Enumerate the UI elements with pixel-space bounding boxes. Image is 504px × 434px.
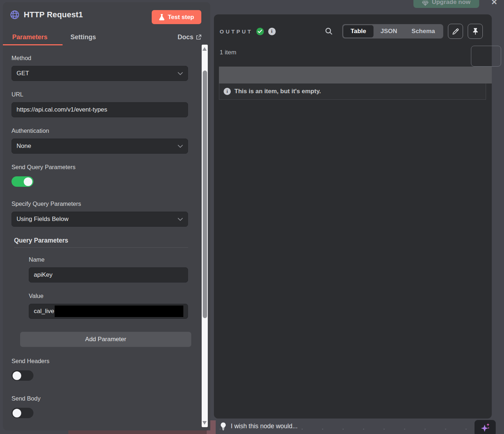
search-icon[interactable] <box>325 27 333 35</box>
scrollbar-thumb[interactable] <box>203 71 207 318</box>
query-param-name-label: Name <box>29 256 188 263</box>
chevron-down-icon <box>178 72 183 75</box>
upgrade-now-label: Upgrade now <box>432 0 471 6</box>
lightbulb-icon <box>220 422 226 430</box>
gem-icon <box>422 1 429 6</box>
tab-docs[interactable]: Docs <box>178 33 201 41</box>
info-icon: i <box>224 88 231 95</box>
output-table-empty-row[interactable]: i This is an item, but it's empty. <box>219 83 486 100</box>
items-count: 1 item <box>214 40 492 56</box>
node-feedback-bar[interactable]: I wish this node would... <box>214 419 504 434</box>
redacted-api-key <box>55 306 183 317</box>
external-link-icon <box>196 35 201 40</box>
view-tab-json[interactable]: JSON <box>374 25 404 37</box>
output-title: OUTPUT <box>220 28 253 35</box>
output-table: i This is an item, but it's empty. <box>219 67 492 100</box>
url-value: https://api.cal.com/v1/event-types <box>17 106 107 113</box>
authentication-value: None <box>17 143 31 150</box>
scroll-up-arrow-icon[interactable] <box>202 47 207 51</box>
method-select[interactable]: GET <box>12 66 188 81</box>
send-headers-label: Send Headers <box>12 358 188 365</box>
query-param-value-field: Value cal_live <box>29 293 188 319</box>
send-query-parameters-label: Send Query Parameters <box>12 164 188 171</box>
output-panel: OUTPUT i Table JSON Schema 1 item <box>214 14 492 419</box>
view-tab-schema[interactable]: Schema <box>404 25 442 37</box>
send-body-field: Send Body <box>12 395 188 418</box>
pencil-icon <box>452 28 459 35</box>
empty-item-message: This is an item, but it's empty. <box>234 88 321 95</box>
query-param-name-input[interactable]: apiKey <box>29 267 188 282</box>
method-field: Method GET <box>12 55 188 81</box>
send-query-parameters-field: Send Query Parameters <box>12 164 188 187</box>
tab-parameters[interactable]: Parameters <box>12 33 47 41</box>
authentication-select[interactable]: None <box>12 139 188 154</box>
node-settings-panel: HTTP Request1 Test step Parameters Setti… <box>3 2 210 430</box>
specify-query-parameters-field: Specify Query Parameters Using Fields Be… <box>12 200 188 227</box>
parameters-form: Method GET URL https://api.cal.com/v1/ev… <box>3 45 210 428</box>
pin-data-button[interactable] <box>468 24 483 39</box>
http-request-node-icon <box>10 10 19 19</box>
success-check-icon <box>256 28 264 35</box>
tab-settings[interactable]: Settings <box>70 33 96 41</box>
node-feedback-text: I wish this node would... <box>231 422 298 430</box>
partially-visible-box <box>471 46 501 67</box>
url-field: URL https://api.cal.com/v1/event-types <box>12 91 188 117</box>
chevron-down-icon <box>178 218 183 221</box>
view-tab-table[interactable]: Table <box>343 25 373 37</box>
node-tabs: Parameters Settings Docs <box>3 29 210 45</box>
send-headers-field: Send Headers <box>12 358 188 381</box>
query-param-name-field: Name apiKey <box>29 256 188 282</box>
query-parameters-section-heading: Query Parameters <box>14 237 188 248</box>
send-query-parameters-toggle[interactable] <box>12 176 33 187</box>
output-info-icon[interactable]: i <box>268 28 276 35</box>
toggle-knob <box>13 371 21 380</box>
query-param-value-input[interactable]: cal_live <box>29 304 188 319</box>
authentication-field: Authentication None <box>12 127 188 154</box>
output-header: OUTPUT i Table JSON Schema <box>214 14 492 40</box>
test-step-button[interactable]: Test step <box>152 10 201 24</box>
toggle-knob <box>13 409 21 417</box>
upgrade-now-button[interactable]: Upgrade now <box>413 0 479 8</box>
ai-sparkle-icon <box>480 422 491 434</box>
specify-query-parameters-select[interactable]: Using Fields Below <box>12 212 188 227</box>
scroll-down-arrow-icon[interactable] <box>202 421 207 425</box>
query-param-value-text: cal_live <box>34 308 54 315</box>
edit-output-button[interactable] <box>448 24 463 39</box>
query-param-name-value: apiKey <box>34 271 52 279</box>
app-canvas: Upgrade now ✕ HTTP Request1 Test step Pa… <box>0 0 504 434</box>
toggle-knob <box>24 177 32 186</box>
docs-label: Docs <box>178 33 193 41</box>
output-view-switcher: Table JSON Schema <box>342 24 443 39</box>
add-parameter-button[interactable]: Add Parameter <box>20 332 191 347</box>
chevron-down-icon <box>178 145 183 148</box>
method-label: Method <box>12 55 188 62</box>
flask-icon <box>159 14 165 21</box>
url-input[interactable]: https://api.cal.com/v1/event-types <box>12 102 188 117</box>
url-label: URL <box>12 91 188 98</box>
close-icon[interactable]: ✕ <box>491 0 498 6</box>
canvas-node-fragment <box>68 430 207 434</box>
node-header: HTTP Request1 Test step Parameters Setti… <box>3 2 210 31</box>
node-title: HTTP Request1 <box>24 10 83 19</box>
query-param-value-label: Value <box>29 293 188 299</box>
send-body-toggle[interactable] <box>12 408 33 418</box>
send-headers-toggle[interactable] <box>12 370 33 381</box>
test-step-label: Test step <box>168 14 194 21</box>
send-body-label: Send Body <box>12 395 188 402</box>
specify-query-parameters-value: Using Fields Below <box>17 216 69 223</box>
ai-assistant-button[interactable] <box>475 420 496 434</box>
output-table-header-row <box>219 67 492 83</box>
method-value: GET <box>17 70 29 77</box>
panel-scrollbar[interactable] <box>202 45 208 427</box>
pin-icon <box>472 28 478 35</box>
authentication-label: Authentication <box>12 127 188 134</box>
specify-query-parameters-label: Specify Query Parameters <box>12 200 188 207</box>
